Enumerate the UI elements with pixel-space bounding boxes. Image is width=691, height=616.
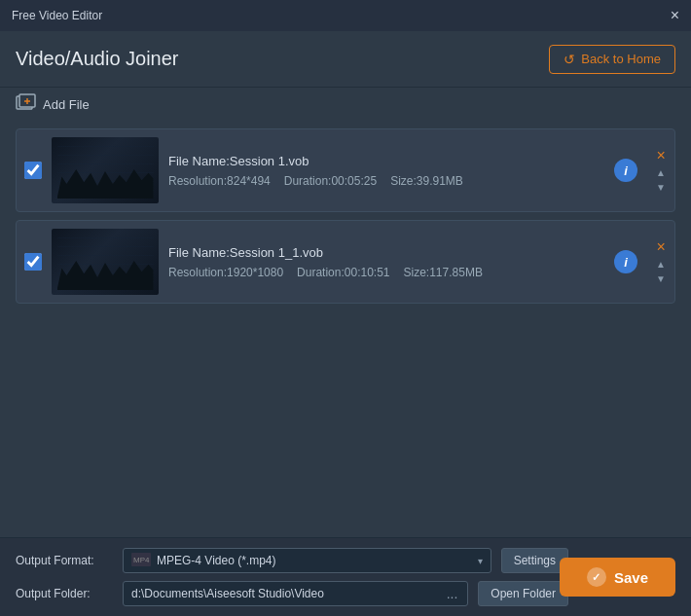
save-check-icon: ✓ — [587, 567, 606, 587]
remove-button-2[interactable]: × — [655, 238, 666, 256]
file-checkbox-1[interactable] — [24, 162, 42, 179]
file-item: File Name:Session 1_1.vob Resolution:192… — [16, 220, 675, 304]
title-bar: Free Video Editor × — [0, 0, 691, 31]
file-name-1: File Name:Session 1.vob — [168, 154, 604, 168]
file-actions-2: × ▲ ▼ — [655, 238, 667, 285]
browse-button[interactable]: ... — [445, 586, 460, 601]
file-thumbnail-1 — [52, 137, 159, 203]
format-label: Output Format: — [16, 554, 113, 567]
add-file-button[interactable]: Add File — [16, 93, 90, 115]
format-value: MPEG-4 Video (*.mp4) — [157, 554, 472, 567]
add-file-label: Add File — [43, 97, 90, 112]
file-size-1: Size:39.91MB — [390, 174, 463, 188]
back-home-button[interactable]: ↺ Back to Home — [549, 45, 675, 74]
folder-path: d:\Documents\Aiseesoft Studio\Video — [131, 587, 439, 600]
info-button-1[interactable]: i — [614, 159, 637, 182]
chevron-down-icon: ▾ — [478, 556, 483, 566]
settings-button[interactable]: Settings — [501, 548, 568, 573]
back-icon: ↺ — [564, 52, 575, 67]
move-up-button-1[interactable]: ▲ — [655, 166, 667, 179]
move-down-button-2[interactable]: ▼ — [655, 272, 667, 285]
page-title: Video/Audio Joiner — [16, 48, 179, 70]
file-thumbnail-2 — [52, 229, 159, 295]
file-resolution-2: Resolution:1920*1080 — [168, 266, 283, 279]
open-folder-button[interactable]: Open Folder — [478, 581, 568, 606]
move-up-button-2[interactable]: ▲ — [655, 258, 667, 271]
format-row: Output Format: MP4 MPEG-4 Video (*.mp4) … — [16, 548, 568, 573]
remove-button-1[interactable]: × — [655, 147, 666, 164]
format-icon: MP4 — [131, 553, 151, 568]
folder-row: Output Folder: d:\Documents\Aiseesoft St… — [16, 581, 568, 606]
file-meta-1: Resolution:824*494 Duration:00:05:25 Siz… — [168, 174, 604, 188]
save-label: Save — [614, 569, 648, 586]
save-button[interactable]: ✓ Save — [560, 558, 675, 597]
file-size-2: Size:117.85MB — [404, 266, 483, 279]
header: Video/Audio Joiner ↺ Back to Home — [0, 31, 691, 88]
folder-input[interactable]: d:\Documents\Aiseesoft Studio\Video ... — [123, 581, 468, 606]
file-duration-1: Duration:00:05:25 — [284, 174, 377, 188]
file-list: File Name:Session 1.vob Resolution:824*4… — [0, 121, 691, 537]
file-resolution-1: Resolution:824*494 — [168, 174, 271, 188]
bottom-area: Output Format: MP4 MPEG-4 Video (*.mp4) … — [0, 537, 691, 616]
toolbar: Add File — [0, 88, 691, 121]
format-select[interactable]: MP4 MPEG-4 Video (*.mp4) ▾ — [123, 548, 491, 573]
add-file-icon — [16, 93, 37, 115]
folder-label: Output Folder: — [16, 587, 113, 600]
move-down-button-1[interactable]: ▼ — [655, 181, 667, 194]
file-meta-2: Resolution:1920*1080 Duration:00:10:51 S… — [168, 266, 604, 279]
file-info-1: File Name:Session 1.vob Resolution:824*4… — [168, 154, 604, 188]
close-button[interactable]: × — [671, 8, 679, 23]
app-title: Free Video Editor — [12, 9, 102, 22]
svg-text:MP4: MP4 — [133, 556, 150, 564]
info-button-2[interactable]: i — [614, 250, 637, 273]
file-item: File Name:Session 1.vob Resolution:824*4… — [16, 128, 675, 212]
file-info-2: File Name:Session 1_1.vob Resolution:192… — [168, 245, 604, 279]
file-duration-2: Duration:00:10:51 — [297, 266, 389, 279]
file-name-2: File Name:Session 1_1.vob — [168, 245, 604, 260]
file-checkbox-2[interactable] — [24, 253, 42, 271]
file-actions-1: × ▲ ▼ — [655, 147, 667, 194]
back-home-label: Back to Home — [581, 52, 661, 66]
